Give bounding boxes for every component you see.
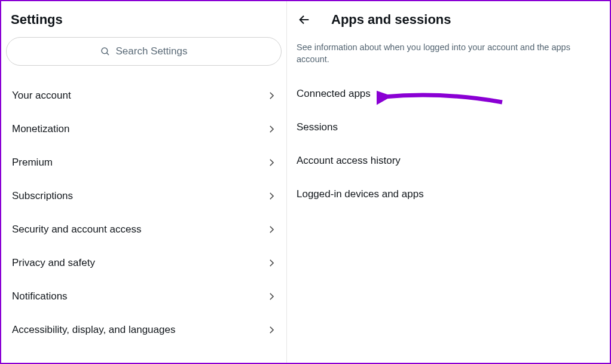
detail-title: Apps and sessions: [331, 12, 451, 27]
detail-item-account-access-history[interactable]: Account access history: [287, 144, 610, 178]
menu-label: Your account: [12, 90, 71, 102]
detail-description: See information about when you logged in…: [287, 33, 610, 69]
svg-point-0: [102, 48, 108, 54]
menu-label: Premium: [12, 157, 53, 169]
menu-label: Monetization: [12, 123, 69, 135]
menu-item-premium[interactable]: Premium: [1, 146, 286, 179]
detail-item-sessions[interactable]: Sessions: [287, 111, 610, 144]
chevron-right-icon: [266, 291, 277, 302]
settings-menu: Your account Monetization Premium Subscr…: [1, 72, 286, 347]
menu-item-accessibility[interactable]: Accessibility, display, and languages: [1, 313, 286, 347]
menu-label: Subscriptions: [12, 190, 73, 202]
detail-items: Connected apps Sessions Account access h…: [287, 69, 610, 211]
menu-item-notifications[interactable]: Notifications: [1, 280, 286, 313]
chevron-right-icon: [266, 258, 277, 268]
search-input[interactable]: Search Settings: [6, 37, 282, 66]
chevron-right-icon: [266, 325, 277, 335]
menu-label: Accessibility, display, and languages: [12, 324, 175, 336]
detail-item-connected-apps[interactable]: Connected apps: [287, 77, 610, 111]
chevron-right-icon: [266, 191, 277, 201]
settings-header: Settings: [1, 1, 286, 33]
search-placeholder: Search Settings: [115, 45, 187, 57]
menu-item-security-access[interactable]: Security and account access: [1, 213, 286, 246]
menu-item-subscriptions[interactable]: Subscriptions: [1, 179, 286, 213]
detail-header: Apps and sessions: [287, 1, 610, 33]
detail-panel: Apps and sessions See information about …: [287, 1, 610, 363]
chevron-right-icon: [266, 124, 277, 134]
menu-label: Privacy and safety: [12, 257, 95, 269]
menu-item-your-account[interactable]: Your account: [1, 79, 286, 112]
chevron-right-icon: [266, 224, 277, 235]
settings-panel: Settings Search Settings Your account Mo…: [1, 1, 287, 363]
settings-title: Settings: [11, 12, 277, 27]
chevron-right-icon: [266, 157, 277, 168]
detail-item-logged-in-devices[interactable]: Logged-in devices and apps: [287, 178, 610, 211]
search-icon: [100, 46, 111, 57]
chevron-right-icon: [266, 90, 277, 101]
menu-label: Notifications: [12, 290, 68, 302]
menu-label: Security and account access: [12, 224, 141, 235]
arrow-left-icon: [298, 13, 311, 26]
back-button[interactable]: [294, 10, 314, 30]
menu-item-privacy-safety[interactable]: Privacy and safety: [1, 246, 286, 280]
svg-line-1: [107, 53, 109, 55]
menu-item-monetization[interactable]: Monetization: [1, 112, 286, 146]
search-container: Search Settings: [1, 33, 286, 72]
